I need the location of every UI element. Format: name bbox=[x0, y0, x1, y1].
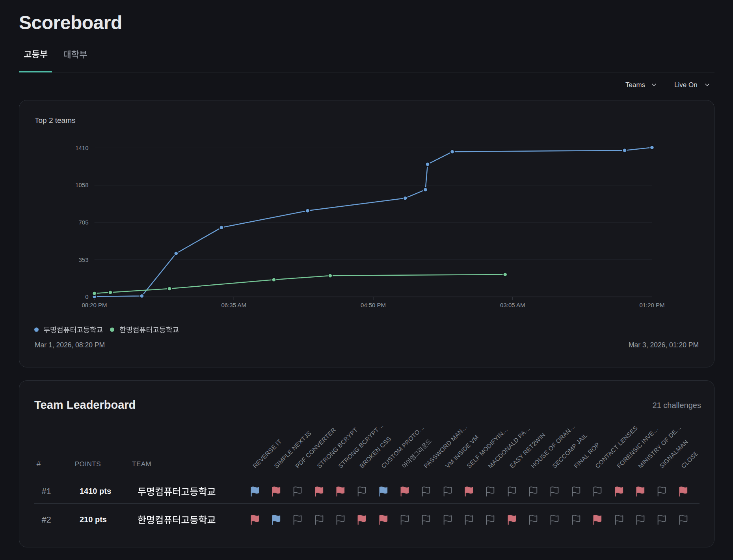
svg-text:08:20 PM: 08:20 PM bbox=[82, 302, 107, 308]
svg-text:04:50 PM: 04:50 PM bbox=[361, 302, 386, 308]
svg-text:353: 353 bbox=[78, 256, 88, 263]
svg-text:06:35 AM: 06:35 AM bbox=[221, 302, 246, 308]
svg-text:01:20 PM: 01:20 PM bbox=[639, 302, 664, 308]
svg-text:1410: 1410 bbox=[75, 145, 88, 151]
svg-text:0: 0 bbox=[85, 293, 88, 300]
svg-text:705: 705 bbox=[78, 219, 88, 226]
svg-text:1058: 1058 bbox=[75, 182, 88, 188]
svg-text:03:05 AM: 03:05 AM bbox=[500, 302, 525, 308]
